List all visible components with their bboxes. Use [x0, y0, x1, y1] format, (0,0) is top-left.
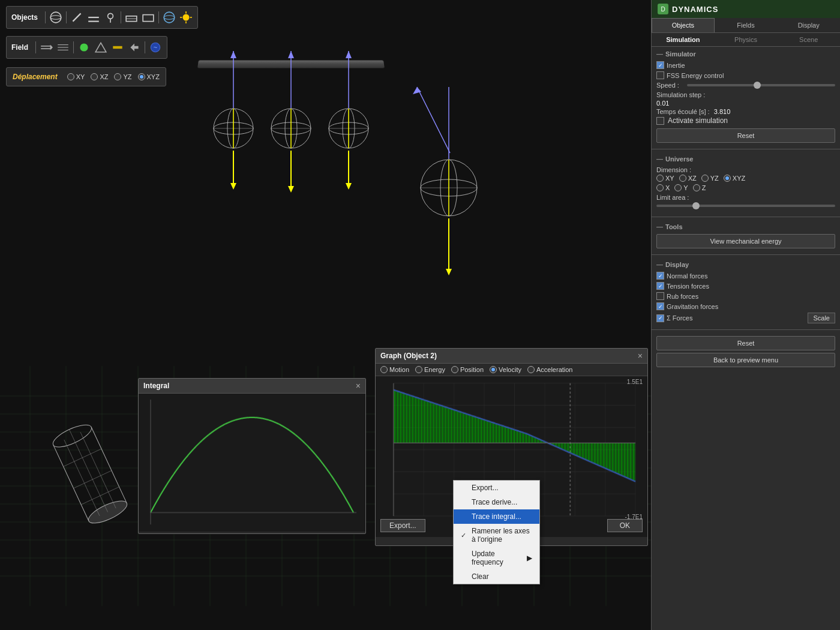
speed-slider[interactable] [687, 84, 835, 86]
field-bar[interactable] [111, 41, 124, 54]
sep4 [158, 11, 159, 23]
tab-fields[interactable]: Fields [715, 18, 778, 32]
tool-sun[interactable] [179, 11, 193, 24]
ctx-trace-integral[interactable]: Trace integral... [454, 509, 539, 524]
graph-radio-acceleration[interactable]: Acceleration [527, 366, 573, 373]
graph-radio-energy[interactable]: Energy [415, 366, 445, 373]
dim-z[interactable]: Z [693, 184, 706, 191]
display-section: Display Normal forces Tension forces Rub… [652, 257, 840, 327]
field-tool1[interactable] [40, 41, 53, 54]
tool-surface2[interactable] [142, 11, 155, 24]
reset-button-1[interactable]: Reset [656, 128, 835, 143]
radio-xz[interactable]: XZ [91, 73, 108, 80]
radio-yz[interactable]: YZ [114, 73, 131, 80]
tool-line[interactable] [70, 11, 83, 24]
field-label: Field [11, 43, 28, 52]
gravitation-forces-checkbox[interactable]: Gravitation forces [656, 302, 718, 310]
field-swirl[interactable]: ~ [149, 41, 162, 54]
fss-checkbox[interactable]: FSS Energy control [656, 71, 724, 79]
svg-marker-99 [95, 43, 106, 52]
displacement-toolbar: Déplacement XY XZ YZ XYZ [6, 67, 166, 86]
reset-button-2[interactable]: Reset [656, 336, 835, 350]
sep2 [66, 11, 67, 23]
svg-point-75 [50, 12, 61, 23]
dim-yz-label: YZ [710, 175, 719, 182]
tool-globe[interactable] [163, 11, 176, 24]
graph-export-button[interactable]: Export... [380, 519, 425, 532]
sep3 [121, 11, 121, 23]
radio-xz-circle [91, 73, 98, 80]
tool-pin[interactable] [104, 11, 117, 24]
normal-forces-checkbox[interactable]: Normal forces [656, 272, 707, 280]
graph-radio-motion[interactable]: Motion [380, 366, 409, 373]
ctx-trace-derive[interactable]: Trace derive... [454, 495, 539, 509]
dimension-label: Dimension : [656, 166, 691, 173]
dim-x[interactable]: X [656, 184, 670, 191]
dim-xyz[interactable]: XYZ [724, 175, 745, 182]
gravitation-forces-check [656, 302, 664, 310]
integral-close-button[interactable]: × [356, 381, 361, 391]
sep1 [45, 11, 46, 23]
dim-yz[interactable]: YZ [701, 175, 719, 182]
tools-section: Tools View mechanical energy [652, 220, 840, 252]
dim-z-label: Z [702, 184, 706, 191]
field-tool2[interactable] [56, 41, 70, 54]
tab-physics[interactable]: Physics [715, 33, 778, 46]
svg-point-86 [164, 16, 175, 20]
integral-title: Integral [143, 382, 169, 390]
inertia-checkbox[interactable]: Inertie [656, 61, 685, 69]
field-triangle[interactable] [94, 41, 107, 54]
svg-marker-47 [346, 51, 352, 58]
scale-button[interactable]: Scale [808, 313, 835, 323]
tension-forces-checkbox[interactable]: Tension forces [656, 282, 709, 290]
radio-yz-label: YZ [123, 73, 131, 80]
speed-thumb[interactable] [754, 82, 761, 89]
dim-y[interactable]: Y [674, 184, 688, 191]
limit-thumb[interactable] [692, 202, 700, 209]
dim-xy[interactable]: XY [656, 175, 674, 182]
graph-ok-button[interactable]: OK [607, 519, 643, 532]
graph-radio-position[interactable]: Position [451, 366, 484, 373]
dim-xy-circle [656, 175, 664, 182]
panel-tabs-1: Objects Fields Display [652, 18, 840, 33]
limit-slider[interactable] [656, 205, 835, 207]
tool-surface1[interactable] [125, 11, 138, 24]
radio-xyz[interactable]: XYZ [138, 73, 160, 80]
tab-scene[interactable]: Scene [777, 33, 840, 46]
simulator-title: Simulator [656, 50, 835, 58]
ctx-update-freq[interactable]: Update frequency ▶ [454, 547, 539, 569]
displacement-radio-group: XY XZ YZ XYZ [67, 73, 160, 80]
tension-forces-label: Tension forces [667, 283, 709, 290]
tool-sphere[interactable] [49, 11, 62, 24]
graph-radio-velocity[interactable]: Velocity [490, 366, 521, 373]
svg-marker-45 [288, 186, 294, 193]
svg-point-85 [164, 12, 175, 23]
forces-checkbox[interactable]: Σ Forces [656, 314, 692, 322]
back-preview-menu-button[interactable]: Back to preview menu [656, 353, 835, 367]
grav-arrow-3 [346, 151, 352, 190]
dim-xz[interactable]: XZ [679, 175, 697, 182]
dim-y-circle [674, 184, 682, 191]
view-mech-energy-button[interactable]: View mechanical energy [656, 234, 835, 248]
field-green[interactable] [77, 41, 91, 54]
rub-forces-row: Rub forces [656, 292, 835, 300]
activate-check-box[interactable] [656, 117, 664, 125]
field-arrows[interactable] [128, 41, 141, 54]
ctx-clear[interactable]: Clear [454, 569, 539, 584]
tool-line2[interactable] [87, 11, 100, 24]
dynamics-logo: D [658, 4, 668, 14]
graph-close-button[interactable]: × [638, 351, 643, 361]
field-toolbar: Field ~ [6, 36, 167, 59]
radio-xy[interactable]: XY [67, 73, 85, 80]
dim-x-label: X [665, 184, 670, 191]
rub-forces-checkbox[interactable]: Rub forces [656, 292, 698, 300]
ctx-ramener[interactable]: ✓ Ramener les axes à l'origine [454, 524, 539, 547]
radio-xy-circle [67, 73, 74, 80]
fss-label: FSS Energy control [667, 72, 724, 79]
rub-forces-label: Rub forces [667, 293, 698, 300]
tab-simulation[interactable]: Simulation [652, 33, 715, 46]
tab-display[interactable]: Display [777, 18, 840, 32]
normal-forces-row: Normal forces [656, 272, 835, 280]
ctx-export[interactable]: Export... [454, 481, 539, 495]
tab-objects[interactable]: Objects [652, 18, 715, 32]
